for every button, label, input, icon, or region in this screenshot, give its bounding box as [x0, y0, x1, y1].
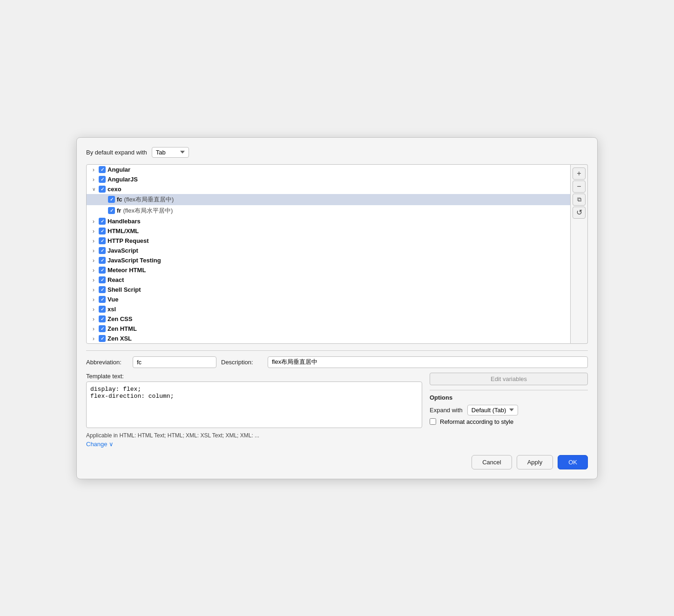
- chevron-icon: ›: [90, 166, 97, 173]
- checkbox-icon[interactable]: [108, 207, 115, 214]
- checkbox-icon[interactable]: [99, 286, 106, 293]
- tree-item-meteorhtml[interactable]: ›Meteor HTML: [87, 265, 570, 275]
- expand-row: Expand with Default (Tab): [430, 405, 588, 415]
- expand-with-label: By default expand with: [86, 149, 147, 156]
- checkbox-icon[interactable]: [99, 267, 106, 274]
- description-label: Description:: [221, 359, 263, 366]
- checkbox-icon[interactable]: [99, 166, 106, 173]
- checkbox-icon[interactable]: [99, 315, 106, 322]
- template-right: Edit variables Options Expand with Defau…: [430, 373, 588, 425]
- expand-with-label2: Expand with: [430, 407, 463, 414]
- tree-item-handlebars[interactable]: ›Handlebars: [87, 216, 570, 226]
- cancel-button[interactable]: Cancel: [472, 455, 512, 469]
- apply-button[interactable]: Apply: [517, 455, 553, 469]
- ok-button[interactable]: OK: [558, 455, 588, 469]
- checkbox-icon[interactable]: [99, 257, 106, 264]
- tree-item-xsl[interactable]: ›xsl: [87, 304, 570, 314]
- tree-item-angular[interactable]: ›Angular: [87, 165, 570, 174]
- item-label: HTML/XML: [108, 228, 139, 234]
- checkbox-icon[interactable]: [99, 306, 106, 313]
- chevron-icon: ∨: [90, 187, 97, 192]
- chevron-icon: ›: [90, 335, 97, 342]
- tree-buttons: + − ⧉ ↺: [571, 164, 588, 344]
- checkbox-icon[interactable]: [99, 176, 106, 183]
- expand-with-select[interactable]: Default (Tab): [467, 405, 518, 415]
- chevron-icon: ›: [90, 247, 97, 254]
- tree-item-fr[interactable]: fr (flex布局水平居中): [87, 205, 570, 216]
- chevron-icon: ›: [90, 267, 97, 274]
- bottom-fields: Abbreviation: Description: Template text…: [86, 356, 588, 448]
- checkbox-icon[interactable]: [99, 325, 106, 332]
- item-label: Zen XSL: [108, 335, 132, 342]
- checkbox-icon[interactable]: [108, 196, 115, 203]
- item-label: Handlebars: [108, 218, 141, 225]
- template-textarea[interactable]: [86, 382, 422, 428]
- abbreviation-input[interactable]: [133, 356, 216, 368]
- tree-item-react[interactable]: ›React: [87, 275, 570, 285]
- tree-item-zenxsl[interactable]: ›Zen XSL: [87, 334, 570, 343]
- checkbox-icon[interactable]: [99, 218, 106, 225]
- item-label: AngularJS: [108, 176, 138, 183]
- item-label: cexo: [108, 186, 121, 193]
- chevron-icon: ›: [90, 325, 97, 332]
- item-label: JavaScript: [108, 247, 138, 254]
- options-title: Options: [430, 394, 588, 401]
- checkbox-icon[interactable]: [99, 247, 106, 254]
- live-templates-dialog: By default expand with Tab ›Angular›Angu…: [76, 137, 598, 479]
- tree-item-shellscript[interactable]: ›Shell Script: [87, 285, 570, 295]
- checkbox-icon[interactable]: [99, 228, 106, 234]
- checkbox-icon[interactable]: [99, 276, 106, 283]
- tree-item-htmlxml[interactable]: ›HTML/XML: [87, 226, 570, 236]
- tree-item-javascript[interactable]: ›JavaScript: [87, 246, 570, 255]
- item-sublabel: (flex布局垂直居中): [124, 195, 174, 204]
- checkbox-icon[interactable]: [99, 335, 106, 342]
- item-label: JavaScript Testing: [108, 257, 161, 264]
- template-left: Template text: Applicable in HTML: HTML …: [86, 373, 422, 448]
- reformat-label: Reformat according to style: [440, 418, 513, 425]
- chevron-icon: ›: [90, 257, 97, 264]
- item-label: HTTP Request: [108, 237, 149, 244]
- item-label: Zen HTML: [108, 325, 137, 332]
- checkbox-icon[interactable]: [99, 296, 106, 303]
- divider-1: [86, 350, 588, 351]
- change-link[interactable]: Change ∨: [86, 441, 114, 448]
- reformat-checkbox[interactable]: [430, 418, 436, 425]
- tree-item-angularjs[interactable]: ›AngularJS: [87, 174, 570, 184]
- tree-item-cexo[interactable]: ∨cexo: [87, 184, 570, 194]
- item-label: Zen CSS: [108, 315, 132, 322]
- reset-button[interactable]: ↺: [573, 207, 586, 219]
- applicable-section: Applicable in HTML: HTML Text; HTML; XML…: [86, 432, 422, 448]
- checkbox-icon[interactable]: [99, 186, 106, 193]
- item-label: Shell Script: [108, 286, 141, 293]
- tree-item-zenhtml[interactable]: ›Zen HTML: [87, 324, 570, 334]
- item-label: React: [108, 276, 124, 283]
- main-area: ›Angular›AngularJS∨cexofc (flex布局垂直居中)fr…: [86, 164, 588, 344]
- top-bar: By default expand with Tab: [86, 147, 588, 158]
- copy-button[interactable]: ⧉: [573, 194, 586, 206]
- default-expand-select[interactable]: Tab: [152, 147, 189, 158]
- description-input[interactable]: [268, 356, 588, 368]
- reformat-row: Reformat according to style: [430, 418, 588, 425]
- options-section: Options Expand with Default (Tab) Reform…: [430, 390, 588, 425]
- chevron-icon: ›: [90, 286, 97, 293]
- tree-item-zencss[interactable]: ›Zen CSS: [87, 314, 570, 324]
- chevron-icon: ›: [90, 176, 97, 183]
- tree-item-javascripttesting[interactable]: ›JavaScript Testing: [87, 255, 570, 265]
- abbreviation-label: Abbreviation:: [86, 359, 128, 366]
- item-label: Meteor HTML: [108, 267, 146, 274]
- edit-variables-button[interactable]: Edit variables: [430, 373, 588, 385]
- chevron-icon: ›: [90, 306, 97, 313]
- remove-button[interactable]: −: [573, 181, 586, 193]
- chevron-icon: ›: [90, 228, 97, 234]
- add-button[interactable]: +: [573, 167, 586, 180]
- item-label: fr: [117, 207, 121, 214]
- tree-item-vue[interactable]: ›Vue: [87, 295, 570, 304]
- template-label: Template text:: [86, 373, 422, 380]
- applicable-text: Applicable in HTML: HTML Text; HTML; XML…: [86, 432, 422, 439]
- tree-item-fc[interactable]: fc (flex布局垂直居中): [87, 194, 570, 205]
- item-label: fc: [117, 196, 122, 203]
- checkbox-icon[interactable]: [99, 237, 106, 244]
- chevron-icon: ›: [90, 276, 97, 283]
- change-label: Change: [86, 441, 108, 448]
- tree-item-httprequest[interactable]: ›HTTP Request: [87, 236, 570, 246]
